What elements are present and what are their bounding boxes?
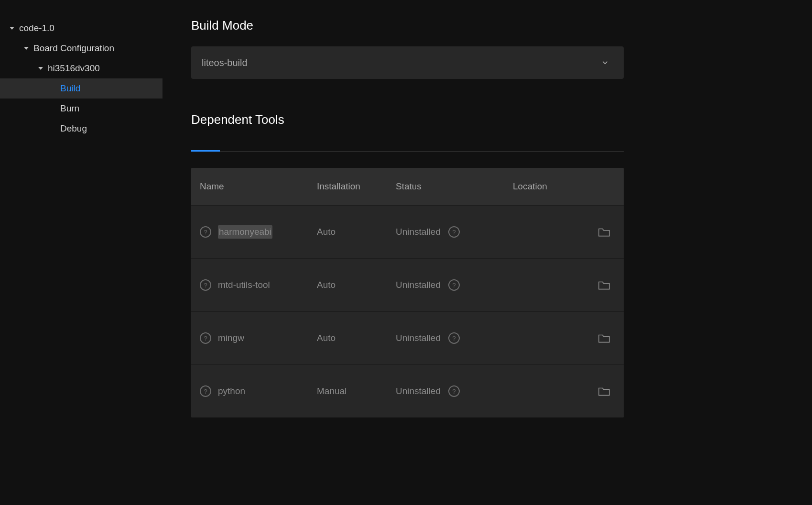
caret-down-icon [8,24,16,33]
folder-icon[interactable] [598,280,610,290]
main-content: Build Mode liteos-build Dependent Tools … [162,0,812,505]
svg-marker-2 [38,67,43,70]
tree-leaf-build[interactable]: Build [0,78,162,99]
project-tree-sidebar: code-1.0 Board Configuration hi3516dv300… [0,0,162,505]
cell-name: ?mtd-utils-tool [191,279,308,291]
chevron-down-icon [601,58,609,67]
svg-marker-1 [24,47,29,50]
tool-name: mtd-utils-tool [218,280,270,290]
table-header: Name Installation Status Location [191,168,624,205]
cell-location [504,280,624,290]
tool-name: python [218,386,245,396]
build-mode-value: liteos-build [202,57,248,68]
cell-installation: Auto [308,333,387,343]
dependent-tools-table: Name Installation Status Location ?harmo… [191,168,624,417]
tree-leaf-debug[interactable]: Debug [0,119,162,139]
tree-root[interactable]: code-1.0 [0,18,162,38]
col-name: Name [191,181,308,192]
cell-status: Uninstalled? [387,226,504,238]
build-mode-select[interactable]: liteos-build [191,46,624,79]
help-icon[interactable]: ? [200,385,211,397]
cell-installation: Auto [308,280,387,290]
tree-group[interactable]: Board Configuration [0,38,162,58]
cell-name: ?python [191,385,308,397]
tool-name: mingw [218,333,244,343]
cell-installation: Manual [308,386,387,396]
cell-location [504,333,624,343]
help-icon[interactable]: ? [448,226,460,238]
dependent-tools-heading: Dependent Tools [191,112,793,127]
table-row: ?mingwAutoUninstalled? [191,311,624,364]
build-mode-heading: Build Mode [191,18,793,33]
table-row: ?pythonManualUninstalled? [191,364,624,417]
cell-status: Uninstalled? [387,385,504,397]
col-location: Location [504,181,624,192]
help-icon[interactable]: ? [448,385,460,397]
folder-icon[interactable] [598,386,610,396]
tree-group-label: Board Configuration [33,43,114,54]
status-text: Uninstalled [396,386,441,396]
cell-status: Uninstalled? [387,332,504,344]
cell-status: Uninstalled? [387,279,504,291]
tree-leaf-label: Build [60,83,80,94]
help-icon[interactable]: ? [448,332,460,344]
col-installation: Installation [308,181,387,192]
cell-name: ?harmonyeabi [191,225,308,239]
table-row: ?harmonyeabiAutoUninstalled? [191,205,624,258]
tree-root-label: code-1.0 [19,23,54,33]
tabs-underline [191,151,624,152]
cell-location [504,227,624,237]
help-icon[interactable]: ? [448,279,460,291]
help-icon[interactable]: ? [200,279,211,291]
tree-leaf-label: Debug [60,123,87,134]
cell-name: ?mingw [191,332,308,344]
tree-leaf-label: Burn [60,103,79,114]
status-text: Uninstalled [396,280,441,290]
caret-down-icon [36,64,45,73]
tree-board-label: hi3516dv300 [48,63,100,74]
caret-down-icon [22,44,31,53]
svg-marker-0 [10,27,14,30]
tool-name: harmonyeabi [218,225,272,239]
status-text: Uninstalled [396,227,441,237]
folder-icon[interactable] [598,227,610,237]
app-root: code-1.0 Board Configuration hi3516dv300… [0,0,812,505]
tree-board[interactable]: hi3516dv300 [0,58,162,78]
table-row: ?mtd-utils-toolAutoUninstalled? [191,258,624,311]
folder-icon[interactable] [598,333,610,343]
help-icon[interactable]: ? [200,226,211,238]
cell-installation: Auto [308,227,387,237]
col-status: Status [387,181,504,192]
tree-leaf-burn[interactable]: Burn [0,99,162,119]
help-icon[interactable]: ? [200,332,211,344]
cell-location [504,386,624,396]
status-text: Uninstalled [396,333,441,343]
